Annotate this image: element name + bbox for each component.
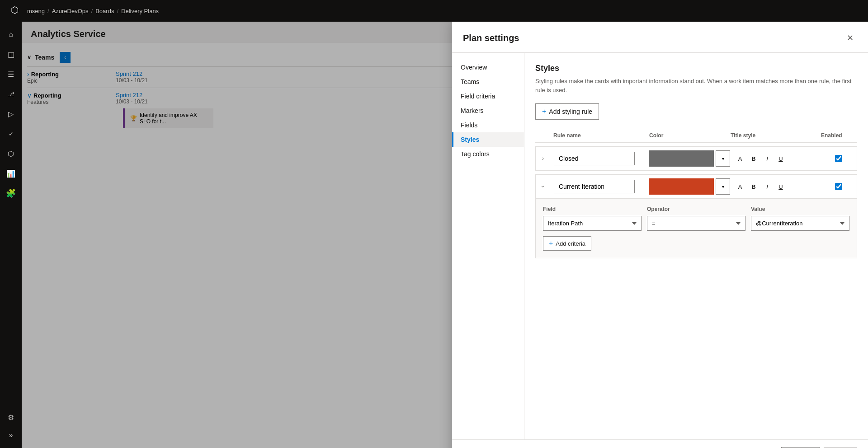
left-sidebar: ⌂ ◫ ☰ ⎇ ▷ ✓ ⬡ 📊 🧩 ⚙ » [0,22,22,448]
plus-icon: + [542,107,546,116]
col-enabled: Enabled [821,132,857,139]
criteria-header: Field Operator Value [543,206,849,212]
rule-row-header: › ▾ A [536,147,857,170]
font-style-italic-closed[interactable]: I [761,152,774,165]
criteria-field-label: Field [543,206,642,212]
expand-sidebar-icon[interactable]: » [2,426,20,444]
col-rule-name: Rule name [553,132,649,139]
color-picker-closed: ▾ [649,150,730,167]
app-logo[interactable]: ⬡ [5,1,24,19]
font-style-a-closed[interactable]: A [734,152,746,165]
color-picker-ci: ▾ [649,178,730,195]
font-style-underline-ci[interactable]: U [774,180,787,193]
topbar: ⬡ mseng / AzureDevOps / Boards / Deliver… [0,0,868,22]
col-color: Color [649,132,731,139]
col-title-style: Title style [731,132,821,139]
rule-expanded-criteria: Field Operator Value Iteration Path Stat… [536,198,857,258]
modal-overlay: Plan settings ✕ Overview Teams Field cri… [22,22,868,448]
title-style-buttons-closed: A B I U [730,152,821,165]
rule-row-closed: › ▾ A [535,146,857,171]
rule-expand-button-closed[interactable]: › [536,151,550,166]
styles-section-desc: Styling rules make the cards with import… [535,77,857,94]
color-dropdown-button-closed[interactable]: ▾ [716,150,730,167]
analytics-icon[interactable]: 📊 [2,164,20,182]
repos-icon[interactable]: ⎇ [2,85,20,103]
breadcrumb: mseng / AzureDevOps / Boards / Delivery … [27,8,159,14]
breadcrumb-delivery-plans[interactable]: Delivery Plans [121,8,159,14]
color-swatch-closed[interactable] [649,150,714,167]
criteria-operator-select[interactable]: = != > < Contains [647,216,745,231]
breadcrumb-azuredevops[interactable]: AzureDevOps [52,8,89,14]
nav-item-styles[interactable]: Styles [452,132,524,147]
modal-header: Plan settings ✕ [452,22,868,53]
add-criteria-label: Add criteria [556,240,585,247]
nav-item-field-criteria[interactable]: Field criteria [452,89,524,103]
rule-expand-button-ci[interactable]: › [536,179,550,194]
color-swatch-ci[interactable] [649,178,714,195]
testplans-icon[interactable]: ✓ [2,125,20,143]
add-styling-rule-button[interactable]: + Add styling rule [535,103,599,120]
breadcrumb-boards[interactable]: Boards [95,8,114,14]
rule-name-container-closed [554,152,649,165]
work-icon[interactable]: ◫ [2,45,20,63]
modal-close-button[interactable]: ✕ [843,31,857,45]
enabled-checkbox-closed[interactable] [835,155,842,162]
modal-content-area: Styles Styling rules make the cards with… [524,53,868,439]
breadcrumb-mseng[interactable]: mseng [27,8,45,14]
criteria-value-select[interactable]: @CurrentIteration @Today Active Closed [751,216,849,231]
title-style-buttons-ci: A B I U [730,180,821,193]
enabled-checkbox-container-ci [821,183,857,190]
modal-body: Overview Teams Field criteria Markers Fi… [452,53,868,439]
nav-item-overview[interactable]: Overview [452,60,524,75]
modal-title: Plan settings [463,33,519,43]
font-style-italic-ci[interactable]: I [761,180,774,193]
rule-name-container-ci [554,180,649,193]
artifacts-icon[interactable]: ⬡ [2,145,20,163]
plan-settings-modal: Plan settings ✕ Overview Teams Field cri… [452,22,868,448]
modal-footer: Cancel Save [452,439,868,448]
rule-row-current-iteration: › ▾ A [535,174,857,258]
nav-item-markers[interactable]: Markers [452,103,524,118]
add-rule-label: Add styling rule [549,108,592,115]
criteria-row: Iteration Path State Work Item Type Assi… [543,216,849,231]
font-style-bold-closed[interactable]: B [747,152,760,165]
enabled-checkbox-ci[interactable] [835,183,842,190]
modal-nav: Overview Teams Field criteria Markers Fi… [452,53,524,439]
styles-table-header: Rule name Color Title style Enabled [535,131,857,143]
nav-item-fields[interactable]: Fields [452,118,524,132]
rule-row-header-ci: › ▾ A [536,175,857,198]
criteria-field-select[interactable]: Iteration Path State Work Item Type Assi… [543,216,642,231]
pipelines-icon[interactable]: ▷ [2,105,20,123]
color-dropdown-button-ci[interactable]: ▾ [716,178,730,195]
home-icon[interactable]: ⌂ [2,25,20,43]
styles-section-title: Styles [535,64,857,73]
add-criteria-button[interactable]: + Add criteria [543,236,591,251]
font-style-bold-ci[interactable]: B [747,180,760,193]
rule-name-input-ci[interactable] [554,180,635,193]
rule-name-input-closed[interactable] [554,152,635,165]
criteria-operator-label: Operator [647,206,745,212]
add-criteria-plus-icon: + [549,239,553,247]
nav-item-teams[interactable]: Teams [452,75,524,89]
font-style-underline-closed[interactable]: U [774,152,787,165]
enabled-checkbox-container-closed [821,155,857,162]
criteria-value-label: Value [751,206,849,212]
font-style-a-ci[interactable]: A [734,180,746,193]
boards-icon[interactable]: ☰ [2,65,20,83]
settings-icon[interactable]: ⚙ [2,408,20,426]
nav-item-tag-colors[interactable]: Tag colors [452,147,524,161]
extensions-icon[interactable]: 🧩 [2,184,20,202]
